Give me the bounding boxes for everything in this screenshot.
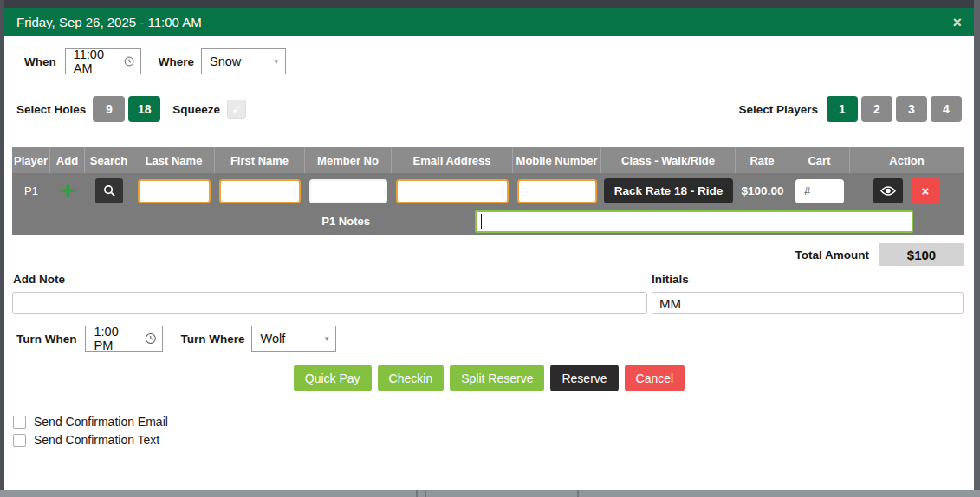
quick-pay-button[interactable]: Quick Pay bbox=[294, 365, 372, 391]
add-note-label: Add Note bbox=[13, 273, 65, 286]
split-reserve-button[interactable]: Split Reserve bbox=[450, 365, 544, 391]
holes-18-button[interactable]: 18 bbox=[128, 96, 160, 122]
chevron-down-icon: ▾ bbox=[325, 334, 329, 343]
when-where-row: When 11:00 AM Where Snow ▾ bbox=[24, 48, 286, 74]
text-caret bbox=[481, 214, 482, 229]
confirmation-text-row: Send Confirmation Text bbox=[13, 433, 159, 447]
backdrop-top bbox=[0, 0, 980, 8]
turn-where-label: Turn Where bbox=[180, 332, 244, 345]
send-confirmation-text-checkbox[interactable] bbox=[13, 434, 26, 447]
background-table-line bbox=[425, 490, 426, 497]
total-amount-row: Total Amount $100 bbox=[4, 243, 974, 266]
col-header-class: Class - Walk/Ride bbox=[601, 147, 736, 173]
col-header-search: Search bbox=[85, 147, 133, 173]
initials-label: Initials bbox=[652, 273, 689, 286]
holes-9-button[interactable]: 9 bbox=[93, 96, 125, 122]
search-button[interactable] bbox=[95, 178, 123, 203]
when-label: When bbox=[24, 55, 56, 68]
where-select[interactable]: Snow ▾ bbox=[201, 48, 286, 74]
member-no-input[interactable] bbox=[309, 179, 387, 203]
first-name-input[interactable] bbox=[219, 179, 301, 203]
cart-input[interactable] bbox=[795, 179, 844, 203]
send-confirmation-text-label: Send Confirmation Text bbox=[34, 433, 159, 447]
where-selected-value: Snow bbox=[210, 55, 241, 68]
delete-icon: × bbox=[922, 184, 930, 198]
holes-players-row: Select Holes 9 18 Squeeze ✓ Select Playe… bbox=[16, 96, 962, 122]
p1-notes-input[interactable] bbox=[475, 210, 913, 233]
clock-icon bbox=[145, 332, 157, 345]
initials-input[interactable] bbox=[652, 292, 964, 314]
squeeze-label: Squeeze bbox=[172, 103, 220, 116]
add-player-icon[interactable]: ✚ bbox=[61, 181, 75, 201]
send-confirmation-email-label: Send Confirmation Email bbox=[34, 415, 168, 429]
eye-icon bbox=[880, 185, 896, 197]
chevron-down-icon: ▾ bbox=[274, 57, 278, 66]
table-header-row: Player Add Search Last Name First Name M… bbox=[12, 147, 964, 173]
col-header-mobile: Mobile Number bbox=[513, 147, 601, 173]
turn-when-value: 1:00 PM bbox=[94, 325, 139, 352]
add-note-input[interactable] bbox=[12, 292, 647, 314]
col-header-add: Add bbox=[50, 147, 85, 173]
player-id: P1 bbox=[24, 184, 38, 197]
turn-row: Turn When 1:00 PM Turn Where Wolf ▾ bbox=[16, 326, 336, 352]
p1-notes-label: P1 Notes bbox=[307, 215, 370, 228]
col-header-first-name: First Name bbox=[215, 147, 305, 173]
backdrop-right bbox=[974, 0, 980, 497]
rate-value: $100.00 bbox=[742, 184, 784, 197]
table-row: P1 ✚ Rack Rate 18 - Ride $100.00 bbox=[12, 173, 964, 209]
where-label: Where bbox=[159, 55, 194, 68]
col-header-email: Email Address bbox=[392, 147, 513, 173]
email-input[interactable] bbox=[396, 179, 509, 203]
close-icon[interactable]: × bbox=[952, 15, 962, 30]
reserve-button[interactable]: Reserve bbox=[550, 365, 618, 391]
turn-when-input[interactable]: 1:00 PM bbox=[85, 326, 163, 352]
total-amount-label: Total Amount bbox=[795, 248, 869, 261]
search-icon bbox=[103, 184, 116, 197]
dialog-header: Friday, Sep 26, 2025 - 11:00 AM × bbox=[4, 8, 974, 36]
col-header-last-name: Last Name bbox=[133, 147, 215, 173]
player-notes-row: P1 Notes bbox=[12, 209, 964, 235]
check-icon: ✓ bbox=[231, 102, 242, 116]
col-header-member-no: Member No bbox=[305, 147, 392, 173]
action-buttons-row: Quick Pay Checkin Split Reserve Reserve … bbox=[4, 365, 974, 391]
clock-icon bbox=[124, 55, 134, 68]
view-player-button[interactable] bbox=[873, 178, 903, 203]
remove-player-button[interactable]: × bbox=[911, 178, 940, 203]
when-time-input[interactable]: 11:00 AM bbox=[65, 48, 141, 74]
players-1-button[interactable]: 1 bbox=[827, 96, 858, 122]
players-2-button[interactable]: 2 bbox=[861, 96, 892, 122]
checkin-button[interactable]: Checkin bbox=[378, 365, 445, 391]
squeeze-checkbox[interactable]: ✓ bbox=[227, 100, 246, 119]
total-amount-value: $100 bbox=[879, 243, 964, 266]
col-header-player: Player bbox=[12, 147, 50, 173]
players-3-button[interactable]: 3 bbox=[896, 96, 927, 122]
select-holes-label: Select Holes bbox=[16, 103, 86, 116]
backdrop-bottom bbox=[0, 490, 980, 497]
col-header-action: Action bbox=[850, 147, 964, 173]
when-time-value: 11:00 AM bbox=[74, 48, 119, 75]
tee-time-reservation-dialog: Friday, Sep 26, 2025 - 11:00 AM × When 1… bbox=[4, 8, 974, 490]
mobile-input[interactable] bbox=[517, 179, 597, 203]
turn-where-selected-value: Wolf bbox=[260, 332, 285, 345]
players-4-button[interactable]: 4 bbox=[931, 96, 962, 122]
background-table-line bbox=[416, 490, 418, 497]
last-name-input[interactable] bbox=[138, 179, 211, 203]
dialog-title: Friday, Sep 26, 2025 - 11:00 AM bbox=[16, 15, 202, 29]
player-table: Player Add Search Last Name First Name M… bbox=[12, 147, 964, 235]
col-header-cart: Cart bbox=[789, 147, 850, 173]
background-table-line bbox=[577, 490, 579, 497]
confirmation-email-row: Send Confirmation Email bbox=[13, 415, 168, 429]
class-walk-ride-button[interactable]: Rack Rate 18 - Ride bbox=[604, 178, 733, 203]
turn-when-label: Turn When bbox=[16, 332, 76, 345]
select-players-label: Select Players bbox=[738, 103, 818, 116]
cancel-button[interactable]: Cancel bbox=[625, 365, 685, 391]
col-header-rate: Rate bbox=[736, 147, 789, 173]
send-confirmation-email-checkbox[interactable] bbox=[13, 416, 26, 429]
turn-where-select[interactable]: Wolf ▾ bbox=[251, 326, 336, 352]
